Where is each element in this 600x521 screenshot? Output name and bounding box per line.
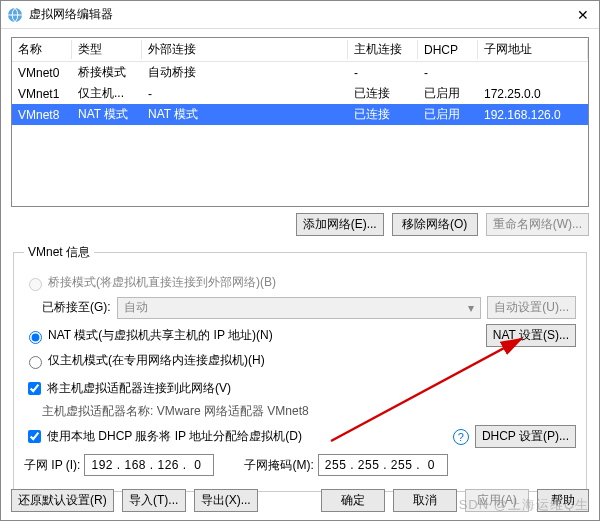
subnet-ip-label: 子网 IP (I): — [24, 457, 80, 474]
bridge-settings-button: 自动设置(U)... — [487, 296, 576, 319]
subnet-ip-input[interactable] — [84, 454, 214, 476]
bridge-to-select: 自动 — [117, 297, 482, 319]
help-icon[interactable]: ? — [453, 429, 469, 445]
col-type[interactable]: 类型 — [72, 38, 142, 62]
app-icon — [7, 7, 23, 23]
dialog-button-bar: 还原默认设置(R) 导入(T)... 导出(X)... 确定 取消 应用(A) … — [1, 489, 599, 512]
radio-nat[interactable]: NAT 模式(与虚拟机共享主机的 IP 地址)(N) — [24, 327, 273, 344]
restore-defaults-button[interactable]: 还原默认设置(R) — [11, 489, 114, 512]
subnet-mask-input[interactable] — [318, 454, 448, 476]
col-name[interactable]: 名称 — [12, 38, 72, 62]
ok-button[interactable]: 确定 — [321, 489, 385, 512]
col-subnet[interactable]: 子网地址 — [478, 38, 588, 62]
radio-bridge: 桥接模式(将虚拟机直接连接到外部网络)(B) — [24, 274, 276, 291]
bridge-to-label: 已桥接至(G): — [42, 299, 111, 316]
export-button[interactable]: 导出(X)... — [194, 489, 258, 512]
chk-dhcp[interactable]: 使用本地 DHCP 服务将 IP 地址分配给虚拟机(D) — [24, 427, 302, 446]
host-adapter-name: 主机虚拟适配器名称: VMware 网络适配器 VMnet8 — [42, 403, 309, 420]
radio-hostonly[interactable]: 仅主机模式(在专用网络内连接虚拟机)(H) — [24, 352, 265, 369]
table-row[interactable]: VMnet1仅主机...-已连接已启用172.25.0.0 — [12, 83, 588, 104]
table-row[interactable]: VMnet0桥接模式自动桥接-- — [12, 62, 588, 84]
titlebar: 虚拟网络编辑器 ✕ — [1, 1, 599, 29]
table-body: VMnet0桥接模式自动桥接--VMnet1仅主机...-已连接已启用172.2… — [12, 62, 588, 126]
col-host[interactable]: 主机连接 — [348, 38, 418, 62]
chk-host-adapter[interactable]: 将主机虚拟适配器连接到此网络(V) — [24, 379, 231, 398]
remove-network-button[interactable]: 移除网络(O) — [392, 213, 478, 236]
vmnet-info-fieldset: VMnet 信息 桥接模式(将虚拟机直接连接到外部网络)(B) 已桥接至(G):… — [13, 244, 587, 492]
window-title: 虚拟网络编辑器 — [29, 6, 573, 23]
close-icon[interactable]: ✕ — [573, 7, 593, 23]
rename-network-button: 重命名网络(W)... — [486, 213, 589, 236]
cancel-button[interactable]: 取消 — [393, 489, 457, 512]
vmnet-info-legend: VMnet 信息 — [24, 244, 94, 261]
import-button[interactable]: 导入(T)... — [122, 489, 186, 512]
subnet-mask-label: 子网掩码(M): — [244, 457, 313, 474]
col-dhcp[interactable]: DHCP — [418, 38, 478, 62]
table-button-row: 添加网络(E)... 移除网络(O) 重命名网络(W)... — [11, 213, 589, 236]
col-external[interactable]: 外部连接 — [142, 38, 348, 62]
virtual-network-editor-window: 虚拟网络编辑器 ✕ 名称 类型 外部连接 主机连接 DHCP 子网地址 VMne… — [0, 0, 600, 521]
nat-settings-button[interactable]: NAT 设置(S)... — [486, 324, 576, 347]
network-table[interactable]: 名称 类型 外部连接 主机连接 DHCP 子网地址 VMnet0桥接模式自动桥接… — [11, 37, 589, 207]
dhcp-settings-button[interactable]: DHCP 设置(P)... — [475, 425, 576, 448]
table-row[interactable]: VMnet8NAT 模式NAT 模式已连接已启用192.168.126.0 — [12, 104, 588, 125]
apply-button: 应用(A) — [465, 489, 529, 512]
help-button[interactable]: 帮助 — [537, 489, 589, 512]
add-network-button[interactable]: 添加网络(E)... — [296, 213, 384, 236]
